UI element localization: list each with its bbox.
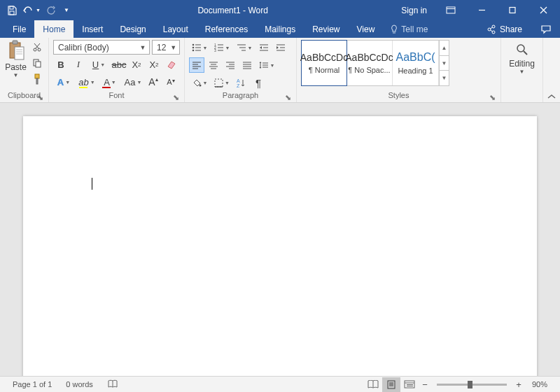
tab-file[interactable]: File — [4, 20, 34, 38]
bold-button[interactable]: B — [53, 57, 69, 72]
close-button[interactable] — [529, 0, 557, 20]
increase-indent-button[interactable] — [273, 40, 288, 55]
tab-insert[interactable]: Insert — [74, 20, 111, 38]
strikethrough-button[interactable]: abc — [111, 57, 127, 72]
highlight-button[interactable]: ab▼ — [76, 74, 97, 90]
slider-thumb[interactable] — [468, 381, 472, 388]
borders-button[interactable]: ▼ — [211, 75, 232, 90]
style-normal[interactable]: AaBbCcDc ¶ Normal — [301, 40, 347, 86]
web-layout-button[interactable] — [400, 377, 419, 392]
copy-button[interactable] — [30, 56, 44, 70]
document-area[interactable] — [0, 103, 560, 376]
chevron-down-icon[interactable]: ▼ — [169, 44, 178, 51]
font-color-button[interactable]: A▼ — [99, 74, 120, 90]
tab-review[interactable]: Review — [304, 20, 348, 38]
gallery-more-button[interactable]: ▼ — [440, 71, 449, 85]
comments-button[interactable] — [532, 20, 560, 38]
book-icon — [107, 379, 118, 388]
tab-home[interactable]: Home — [34, 20, 74, 38]
italic-button[interactable]: I — [71, 57, 86, 72]
svg-rect-0 — [10, 6, 13, 9]
word-count[interactable]: 0 words — [59, 380, 100, 388]
shading-button[interactable]: ▼ — [189, 75, 210, 90]
style-no-spacing[interactable]: AaBbCcDc ¶ No Spac... — [346, 41, 393, 85]
editing-button[interactable]: Editing ▼ — [505, 40, 538, 75]
gallery-up-button[interactable]: ▲ — [440, 41, 449, 56]
align-left-button[interactable] — [189, 57, 204, 73]
undo-button[interactable]: ▼ — [22, 2, 41, 19]
qat-customize-button[interactable]: ▼ — [62, 2, 71, 19]
zoom-out-button[interactable]: − — [419, 379, 431, 390]
svg-rect-15 — [15, 47, 24, 59]
dialog-launcher-icon[interactable]: ⬊ — [488, 93, 496, 102]
group-editing: Editing ▼ — [501, 38, 543, 102]
minimize-button[interactable] — [468, 0, 496, 20]
page[interactable] — [23, 116, 537, 376]
underline-button[interactable]: U▼ — [88, 57, 109, 72]
print-layout-button[interactable] — [382, 377, 400, 392]
svg-rect-69 — [215, 79, 223, 87]
font-size-combo[interactable]: 12▼ — [152, 40, 180, 55]
paste-icon — [7, 40, 25, 61]
gallery-down-button[interactable]: ▼ — [440, 56, 449, 71]
grow-font-button[interactable]: A▴ — [146, 74, 161, 90]
share-label: Share — [500, 24, 522, 34]
tab-mailings[interactable]: Mailings — [256, 20, 304, 38]
bullets-button[interactable]: ▼ — [189, 40, 210, 55]
share-button[interactable]: Share — [477, 20, 532, 38]
style-heading-1[interactable]: AaBbC( Heading 1 — [393, 41, 439, 85]
chevron-down-icon[interactable]: ▼ — [138, 44, 148, 51]
svg-rect-2 — [447, 7, 455, 13]
svg-line-11 — [490, 27, 492, 29]
sign-in-button[interactable]: Sign in — [394, 6, 434, 15]
sort-button[interactable]: AZ — [234, 75, 249, 90]
align-center-button[interactable] — [206, 57, 221, 73]
print-layout-icon — [386, 380, 396, 389]
spelling-button[interactable] — [100, 379, 125, 390]
font-name-combo[interactable]: Calibri (Body)▼ — [53, 40, 150, 55]
svg-point-20 — [38, 48, 41, 51]
decrease-indent-button[interactable] — [256, 40, 272, 55]
change-case-button[interactable]: Aa▼ — [122, 74, 144, 90]
zoom-slider[interactable] — [437, 384, 507, 386]
zoom-level[interactable]: 90% — [525, 380, 554, 388]
numbering-button[interactable]: 123▼ — [211, 40, 232, 55]
tab-layout[interactable]: Layout — [155, 20, 197, 38]
svg-point-19 — [34, 48, 36, 51]
dialog-launcher-icon[interactable]: ⬊ — [284, 93, 292, 102]
borders-icon — [214, 78, 223, 88]
justify-button[interactable] — [239, 57, 255, 73]
text-effects-button[interactable]: A▼ — [53, 74, 74, 90]
zoom-in-button[interactable]: + — [512, 379, 525, 390]
maximize-button[interactable] — [498, 0, 526, 20]
collapse-ribbon-button[interactable] — [543, 38, 560, 102]
show-marks-button[interactable]: ¶ — [251, 75, 266, 90]
dialog-launcher-icon[interactable]: ⬊ — [172, 93, 180, 102]
outdent-icon — [259, 43, 269, 52]
page-indicator[interactable]: Page 1 of 1 — [6, 380, 59, 388]
paste-button[interactable]: Paste ▼ — [4, 40, 27, 78]
multilevel-list-button[interactable]: ▼ — [234, 40, 255, 55]
ribbon-display-button[interactable] — [437, 0, 465, 20]
subscript-button[interactable]: X2 — [129, 57, 144, 72]
dialog-launcher-icon[interactable]: ⬊ — [36, 93, 44, 102]
tell-me-search[interactable]: Tell me — [383, 20, 435, 38]
tab-design[interactable]: Design — [111, 20, 154, 38]
redo-button[interactable] — [42, 2, 60, 19]
tab-references[interactable]: References — [197, 20, 256, 38]
save-button[interactable] — [3, 2, 21, 19]
group-label: Paragraph — [223, 91, 258, 99]
shrink-font-button[interactable]: A▾ — [163, 74, 178, 90]
format-painter-button[interactable] — [30, 72, 44, 86]
svg-point-29 — [192, 50, 194, 52]
align-right-button[interactable] — [223, 57, 238, 73]
svg-rect-1 — [10, 11, 14, 15]
bullets-icon — [192, 43, 202, 52]
clear-formatting-button[interactable] — [164, 57, 179, 72]
read-mode-button[interactable] — [364, 377, 382, 392]
superscript-button[interactable]: X2 — [146, 57, 162, 72]
tab-view[interactable]: View — [349, 20, 384, 38]
line-spacing-button[interactable]: ▼ — [256, 57, 277, 73]
cut-button[interactable] — [30, 40, 44, 54]
lightbulb-icon — [390, 24, 398, 34]
